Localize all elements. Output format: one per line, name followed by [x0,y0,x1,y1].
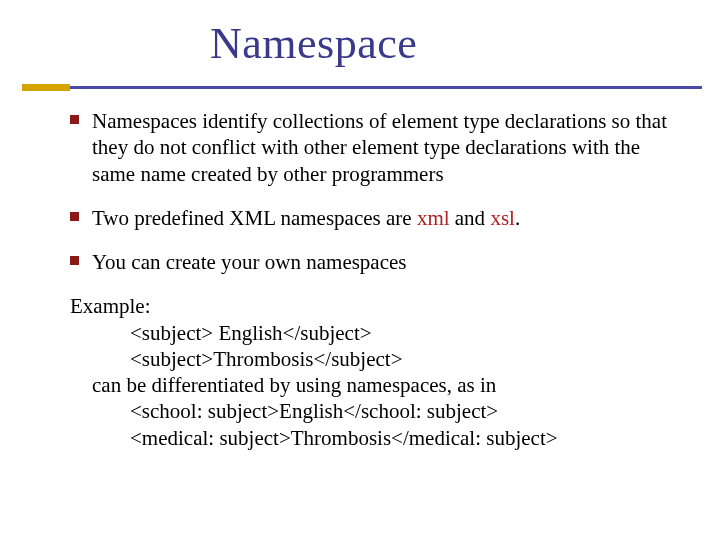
content-area: Namespaces identify collections of eleme… [70,108,685,451]
title-rule-accent [22,84,70,91]
term-xsl: xsl [490,206,515,230]
example-label: Example: [70,293,685,319]
bullet-2-pre: Two predefined XML namespaces are [92,206,417,230]
example-line-5: <medical: subject>Thrombosis</medical: s… [70,425,685,451]
example-line-3: can be differentiated by using namespace… [70,372,685,398]
bullet-item-1: Namespaces identify collections of eleme… [70,108,685,187]
bullet-2-mid: and [450,206,491,230]
example-line-4: <school: subject>English</school: subjec… [70,398,685,424]
bullet-item-3: You can create your own namespaces [70,249,685,275]
bullet-square-icon [70,212,79,221]
bullet-item-2: Two predefined XML namespaces are xml an… [70,205,685,231]
bullet-2-post: . [515,206,520,230]
bullet-1-text: Namespaces identify collections of eleme… [92,109,667,186]
slide: Namespace Namespaces identify collection… [0,0,720,540]
title-area: Namespace [0,0,720,69]
example-line-1: <subject> English</subject> [70,320,685,346]
bullet-square-icon [70,115,79,124]
example-line-2: <subject>Thrombosis</subject> [70,346,685,372]
example-block: Example: <subject> English</subject> <su… [70,293,685,451]
bullet-3-text: You can create your own namespaces [92,250,407,274]
bullet-square-icon [70,256,79,265]
title-rule-line [22,86,702,89]
term-xml: xml [417,206,450,230]
slide-title: Namespace [210,18,720,69]
